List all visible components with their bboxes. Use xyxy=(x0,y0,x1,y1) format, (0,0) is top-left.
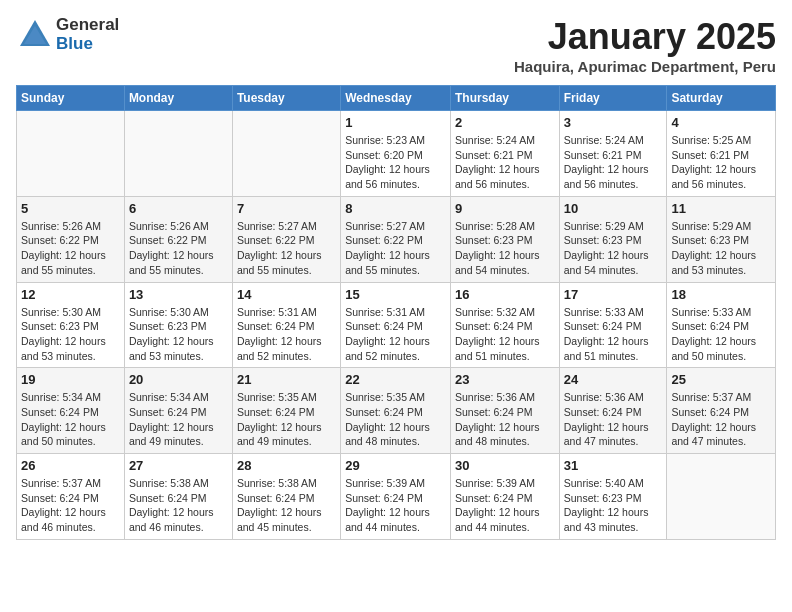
day-number: 5 xyxy=(21,201,120,216)
day-info: Sunrise: 5:24 AM Sunset: 6:21 PM Dayligh… xyxy=(564,133,663,192)
day-info: Sunrise: 5:35 AM Sunset: 6:24 PM Dayligh… xyxy=(237,390,336,449)
calendar-cell: 27Sunrise: 5:38 AM Sunset: 6:24 PM Dayli… xyxy=(124,454,232,540)
weekday-header-saturday: Saturday xyxy=(667,86,776,111)
day-number: 22 xyxy=(345,372,446,387)
logo: General Blue xyxy=(16,16,119,54)
day-number: 12 xyxy=(21,287,120,302)
day-number: 25 xyxy=(671,372,771,387)
day-number: 21 xyxy=(237,372,336,387)
day-info: Sunrise: 5:23 AM Sunset: 6:20 PM Dayligh… xyxy=(345,133,446,192)
page-header: General Blue January 2025 Haquira, Apuri… xyxy=(16,16,776,75)
day-number: 13 xyxy=(129,287,228,302)
day-number: 18 xyxy=(671,287,771,302)
day-info: Sunrise: 5:40 AM Sunset: 6:23 PM Dayligh… xyxy=(564,476,663,535)
day-info: Sunrise: 5:31 AM Sunset: 6:24 PM Dayligh… xyxy=(345,305,446,364)
day-info: Sunrise: 5:36 AM Sunset: 6:24 PM Dayligh… xyxy=(564,390,663,449)
calendar-cell: 12Sunrise: 5:30 AM Sunset: 6:23 PM Dayli… xyxy=(17,282,125,368)
day-info: Sunrise: 5:29 AM Sunset: 6:23 PM Dayligh… xyxy=(564,219,663,278)
calendar-cell: 5Sunrise: 5:26 AM Sunset: 6:22 PM Daylig… xyxy=(17,196,125,282)
calendar-cell: 24Sunrise: 5:36 AM Sunset: 6:24 PM Dayli… xyxy=(559,368,667,454)
calendar-cell: 25Sunrise: 5:37 AM Sunset: 6:24 PM Dayli… xyxy=(667,368,776,454)
day-info: Sunrise: 5:27 AM Sunset: 6:22 PM Dayligh… xyxy=(345,219,446,278)
calendar-cell: 14Sunrise: 5:31 AM Sunset: 6:24 PM Dayli… xyxy=(232,282,340,368)
title-block: January 2025 Haquira, Apurimac Departmen… xyxy=(514,16,776,75)
day-info: Sunrise: 5:32 AM Sunset: 6:24 PM Dayligh… xyxy=(455,305,555,364)
day-info: Sunrise: 5:29 AM Sunset: 6:23 PM Dayligh… xyxy=(671,219,771,278)
calendar-cell: 3Sunrise: 5:24 AM Sunset: 6:21 PM Daylig… xyxy=(559,111,667,197)
calendar-cell: 7Sunrise: 5:27 AM Sunset: 6:22 PM Daylig… xyxy=(232,196,340,282)
day-number: 31 xyxy=(564,458,663,473)
day-number: 10 xyxy=(564,201,663,216)
day-info: Sunrise: 5:26 AM Sunset: 6:22 PM Dayligh… xyxy=(21,219,120,278)
day-number: 29 xyxy=(345,458,446,473)
weekday-header-friday: Friday xyxy=(559,86,667,111)
calendar-cell: 2Sunrise: 5:24 AM Sunset: 6:21 PM Daylig… xyxy=(450,111,559,197)
day-info: Sunrise: 5:39 AM Sunset: 6:24 PM Dayligh… xyxy=(455,476,555,535)
day-info: Sunrise: 5:38 AM Sunset: 6:24 PM Dayligh… xyxy=(129,476,228,535)
day-info: Sunrise: 5:30 AM Sunset: 6:23 PM Dayligh… xyxy=(21,305,120,364)
location-subtitle: Haquira, Apurimac Department, Peru xyxy=(514,58,776,75)
calendar-cell: 9Sunrise: 5:28 AM Sunset: 6:23 PM Daylig… xyxy=(450,196,559,282)
month-title: January 2025 xyxy=(514,16,776,58)
calendar-cell xyxy=(232,111,340,197)
day-info: Sunrise: 5:35 AM Sunset: 6:24 PM Dayligh… xyxy=(345,390,446,449)
day-number: 16 xyxy=(455,287,555,302)
calendar-cell: 16Sunrise: 5:32 AM Sunset: 6:24 PM Dayli… xyxy=(450,282,559,368)
day-number: 17 xyxy=(564,287,663,302)
day-info: Sunrise: 5:24 AM Sunset: 6:21 PM Dayligh… xyxy=(455,133,555,192)
day-info: Sunrise: 5:34 AM Sunset: 6:24 PM Dayligh… xyxy=(129,390,228,449)
day-info: Sunrise: 5:31 AM Sunset: 6:24 PM Dayligh… xyxy=(237,305,336,364)
day-info: Sunrise: 5:38 AM Sunset: 6:24 PM Dayligh… xyxy=(237,476,336,535)
weekday-header-wednesday: Wednesday xyxy=(341,86,451,111)
day-number: 23 xyxy=(455,372,555,387)
day-number: 14 xyxy=(237,287,336,302)
day-info: Sunrise: 5:25 AM Sunset: 6:21 PM Dayligh… xyxy=(671,133,771,192)
day-info: Sunrise: 5:27 AM Sunset: 6:22 PM Dayligh… xyxy=(237,219,336,278)
day-number: 19 xyxy=(21,372,120,387)
day-info: Sunrise: 5:34 AM Sunset: 6:24 PM Dayligh… xyxy=(21,390,120,449)
day-number: 6 xyxy=(129,201,228,216)
day-number: 1 xyxy=(345,115,446,130)
calendar-cell: 8Sunrise: 5:27 AM Sunset: 6:22 PM Daylig… xyxy=(341,196,451,282)
calendar-cell xyxy=(17,111,125,197)
calendar-cell: 13Sunrise: 5:30 AM Sunset: 6:23 PM Dayli… xyxy=(124,282,232,368)
calendar-cell: 6Sunrise: 5:26 AM Sunset: 6:22 PM Daylig… xyxy=(124,196,232,282)
day-number: 26 xyxy=(21,458,120,473)
weekday-header-tuesday: Tuesday xyxy=(232,86,340,111)
day-info: Sunrise: 5:26 AM Sunset: 6:22 PM Dayligh… xyxy=(129,219,228,278)
calendar-cell: 19Sunrise: 5:34 AM Sunset: 6:24 PM Dayli… xyxy=(17,368,125,454)
calendar-cell: 10Sunrise: 5:29 AM Sunset: 6:23 PM Dayli… xyxy=(559,196,667,282)
calendar-cell xyxy=(667,454,776,540)
calendar-cell: 15Sunrise: 5:31 AM Sunset: 6:24 PM Dayli… xyxy=(341,282,451,368)
logo-blue-text: Blue xyxy=(56,35,119,54)
day-info: Sunrise: 5:39 AM Sunset: 6:24 PM Dayligh… xyxy=(345,476,446,535)
day-number: 11 xyxy=(671,201,771,216)
day-info: Sunrise: 5:28 AM Sunset: 6:23 PM Dayligh… xyxy=(455,219,555,278)
calendar-cell: 1Sunrise: 5:23 AM Sunset: 6:20 PM Daylig… xyxy=(341,111,451,197)
day-number: 20 xyxy=(129,372,228,387)
day-number: 30 xyxy=(455,458,555,473)
calendar-cell: 23Sunrise: 5:36 AM Sunset: 6:24 PM Dayli… xyxy=(450,368,559,454)
calendar-cell: 11Sunrise: 5:29 AM Sunset: 6:23 PM Dayli… xyxy=(667,196,776,282)
weekday-header-thursday: Thursday xyxy=(450,86,559,111)
weekday-header-monday: Monday xyxy=(124,86,232,111)
day-number: 24 xyxy=(564,372,663,387)
calendar-cell: 26Sunrise: 5:37 AM Sunset: 6:24 PM Dayli… xyxy=(17,454,125,540)
day-number: 4 xyxy=(671,115,771,130)
calendar-cell: 20Sunrise: 5:34 AM Sunset: 6:24 PM Dayli… xyxy=(124,368,232,454)
day-number: 8 xyxy=(345,201,446,216)
calendar-cell: 4Sunrise: 5:25 AM Sunset: 6:21 PM Daylig… xyxy=(667,111,776,197)
day-info: Sunrise: 5:37 AM Sunset: 6:24 PM Dayligh… xyxy=(671,390,771,449)
logo-general-text: General xyxy=(56,16,119,35)
calendar-cell: 29Sunrise: 5:39 AM Sunset: 6:24 PM Dayli… xyxy=(341,454,451,540)
day-info: Sunrise: 5:37 AM Sunset: 6:24 PM Dayligh… xyxy=(21,476,120,535)
calendar-cell: 17Sunrise: 5:33 AM Sunset: 6:24 PM Dayli… xyxy=(559,282,667,368)
calendar-cell xyxy=(124,111,232,197)
day-number: 28 xyxy=(237,458,336,473)
day-info: Sunrise: 5:33 AM Sunset: 6:24 PM Dayligh… xyxy=(671,305,771,364)
calendar-cell: 31Sunrise: 5:40 AM Sunset: 6:23 PM Dayli… xyxy=(559,454,667,540)
day-number: 7 xyxy=(237,201,336,216)
day-number: 9 xyxy=(455,201,555,216)
day-number: 27 xyxy=(129,458,228,473)
logo-icon xyxy=(16,16,54,54)
